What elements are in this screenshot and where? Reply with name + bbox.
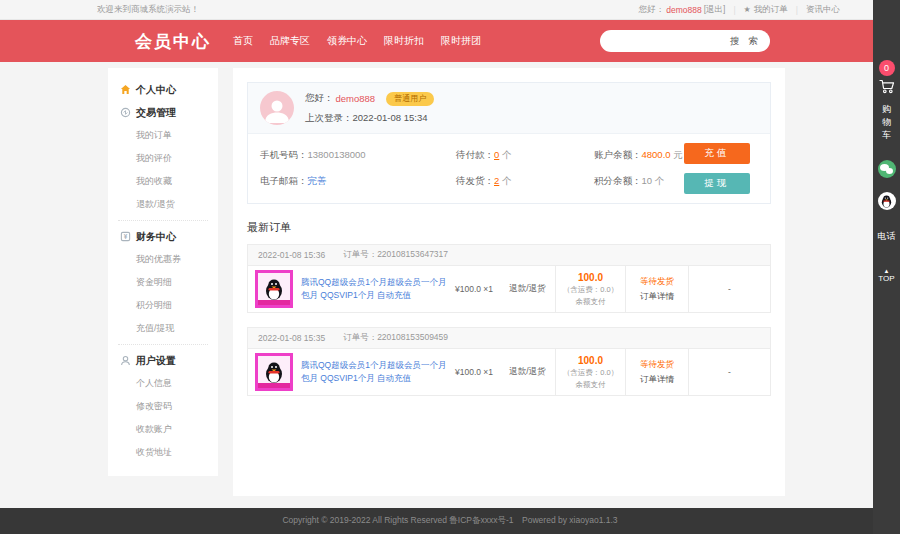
site-logo[interactable]: 会员中心 xyxy=(135,30,211,53)
wechat-icon[interactable] xyxy=(878,160,896,178)
refund-link[interactable]: 退款/退货 xyxy=(509,283,545,295)
sidebar-item-fund-details[interactable]: 资金明细 xyxy=(108,271,218,294)
order-no-label: 订单号： xyxy=(343,332,377,342)
product-thumbnail[interactable] xyxy=(255,353,293,391)
welcome-text: 欢迎来到商城系统演示站！ xyxy=(97,4,199,16)
balance-value: 4800.0 xyxy=(642,149,671,160)
order-detail-link[interactable]: 订单详情 xyxy=(640,374,674,386)
order-card: 2022-01-08 15:35 订单号：220108153509459 腾讯Q… xyxy=(247,327,771,396)
divider xyxy=(118,220,208,221)
main-nav: 首页 品牌专区 领券中心 限时折扣 限时拼团 xyxy=(233,34,498,48)
order-no: 订单号：220108153509459 xyxy=(343,332,448,344)
nav-coupon-center[interactable]: 领券中心 xyxy=(327,34,367,48)
points-label: 积分余额： xyxy=(594,175,642,186)
latest-orders-title: 最新订单 xyxy=(247,220,771,235)
news-link[interactable]: 资讯中心 xyxy=(806,4,840,16)
sidebar-item-recharge-withdraw[interactable]: 充值/提现 xyxy=(108,317,218,340)
user-settings-icon xyxy=(120,355,131,366)
balance-label: 账户余额： xyxy=(594,149,642,160)
main-content: 您好： demo888 普通用户 上次登录：2022-01-08 15:34 手… xyxy=(233,68,785,496)
copyright-text: Copyright © 2019-2022 All Rights Reserve… xyxy=(282,515,617,527)
sidebar-item-my-orders[interactable]: 我的订单 xyxy=(108,124,218,147)
profile-username: demo888 xyxy=(336,93,376,104)
sidebar-section-label: 交易管理 xyxy=(136,106,176,120)
recharge-button[interactable]: 充值 xyxy=(684,143,750,164)
search-bar: 搜 索 xyxy=(600,30,770,52)
sidebar-item-refunds[interactable]: 退款/退货 xyxy=(108,193,218,216)
product-title-link[interactable]: 腾讯QQ超级会员1个月超级会员一个月包月 QQSVIP1个月 自动充值 xyxy=(301,359,448,385)
svg-text:¥: ¥ xyxy=(124,233,128,240)
member-sidebar: 个人中心 交易管理 我的订单 我的评价 我的收藏 退款/退货 ¥ 财务中心 我的… xyxy=(108,68,218,476)
pending-ship-count[interactable]: 2 xyxy=(494,175,499,186)
product-thumbnail[interactable] xyxy=(255,270,293,308)
pending-pay-count[interactable]: 0 xyxy=(494,149,499,160)
profile-header: 您好： demo888 普通用户 上次登录：2022-01-08 15:34 xyxy=(248,83,770,134)
my-orders-link[interactable]: 我的订单 xyxy=(754,4,788,16)
order-amount: 100.0 xyxy=(578,272,603,283)
logout-link[interactable]: [退出] xyxy=(704,4,726,16)
extra-cell: - xyxy=(688,349,770,395)
divider xyxy=(118,344,208,345)
sidebar-section-label: 财务中心 xyxy=(136,230,176,244)
price-qty: ¥100.0 ×1 xyxy=(448,349,500,395)
sidebar-section-personal[interactable]: 个人中心 xyxy=(108,78,218,101)
account-summary: 手机号码：13800138000 待付款：0 个 账户余额：4800.0 元 电… xyxy=(248,134,770,203)
sidebar-item-points-details[interactable]: 积分明细 xyxy=(108,294,218,317)
product-title-link[interactable]: 腾讯QQ超级会员1个月超级会员一个月包月 QQSVIP1个月 自动充值 xyxy=(301,276,448,302)
price-qty: ¥100.0 ×1 xyxy=(448,266,500,312)
user-level-badge: 普通用户 xyxy=(386,92,434,106)
nav-brand-zone[interactable]: 品牌专区 xyxy=(270,34,310,48)
sidebar-item-payment-account[interactable]: 收款账户 xyxy=(108,418,218,441)
phone-label: 手机号码： xyxy=(260,149,308,160)
sidebar-item-my-reviews[interactable]: 我的评价 xyxy=(108,147,218,170)
email-complete-link[interactable]: 完善 xyxy=(308,175,327,186)
profile-panel: 您好： demo888 普通用户 上次登录：2022-01-08 15:34 手… xyxy=(247,82,771,204)
sidebar-item-my-coupons[interactable]: 我的优惠券 xyxy=(108,248,218,271)
avatar[interactable] xyxy=(260,91,294,125)
unit: 个 xyxy=(502,149,512,160)
sidebar-section-finance: ¥ 财务中心 xyxy=(108,225,218,248)
amount-cell: 100.0 （含运费：0.0） 余额支付 xyxy=(555,266,625,312)
refund-link[interactable]: 退款/退货 xyxy=(509,366,545,378)
freight-note: （含运费：0.0） xyxy=(563,285,618,295)
back-to-top-button[interactable]: ▲ TOP xyxy=(878,269,894,283)
amount-cell: 100.0 （含运费：0.0） 余额支付 xyxy=(555,349,625,395)
username-link[interactable]: demo888 xyxy=(666,5,701,15)
sidebar-item-my-favorites[interactable]: 我的收藏 xyxy=(108,170,218,193)
pending-ship-label: 待发货： xyxy=(456,175,494,186)
withdraw-button[interactable]: 提现 xyxy=(684,173,750,194)
sidebar-item-personal-info[interactable]: 个人信息 xyxy=(108,372,218,395)
extra-cell: - xyxy=(688,266,770,312)
search-button[interactable]: 搜 索 xyxy=(730,35,761,48)
main-header: 会员中心 首页 品牌专区 领券中心 限时折扣 限时拼团 搜 索 xyxy=(0,20,900,62)
nav-flash-discount[interactable]: 限时折扣 xyxy=(384,34,424,48)
profile-greeting: 您好： xyxy=(305,92,334,105)
phone-value: 13800138000 xyxy=(308,149,366,160)
email-label: 电子邮箱： xyxy=(260,175,308,186)
phone-contact[interactable]: 电话 xyxy=(878,230,896,243)
sidebar-item-shipping-address[interactable]: 收货地址 xyxy=(108,441,218,464)
order-no-value: 220108153647317 xyxy=(377,249,448,259)
sidebar-item-change-password[interactable]: 修改密码 xyxy=(108,395,218,418)
status-cell: 等待发货 订单详情 xyxy=(625,266,688,312)
qq-penguin-icon xyxy=(263,360,285,384)
order-detail-link[interactable]: 订单详情 xyxy=(640,291,674,303)
order-date: 2022-01-08 15:35 xyxy=(258,333,325,343)
unit: 个 xyxy=(655,175,665,186)
star-icon: ★ xyxy=(744,5,751,14)
page-body: 个人中心 交易管理 我的订单 我的评价 我的收藏 退款/退货 ¥ 财务中心 我的… xyxy=(0,62,900,508)
pay-method: 余额支付 xyxy=(576,297,606,307)
phone-field: 手机号码：13800138000 xyxy=(260,149,456,162)
utility-rail: 0 购物车 电话 ▲ TOP xyxy=(873,0,900,534)
order-row: 腾讯QQ超级会员1个月超级会员一个月包月 QQSVIP1个月 自动充值 ¥100… xyxy=(248,349,770,395)
home-icon xyxy=(120,84,131,95)
search-input[interactable] xyxy=(612,36,730,46)
nav-group-buy[interactable]: 限时拼团 xyxy=(441,34,481,48)
cart-label[interactable]: 购物车 xyxy=(881,103,892,142)
nav-home[interactable]: 首页 xyxy=(233,34,253,48)
qq-icon[interactable] xyxy=(878,192,896,210)
cart-icon[interactable] xyxy=(879,79,895,98)
thumb-banner xyxy=(258,383,290,388)
finance-icon: ¥ xyxy=(120,231,131,242)
order-no-value: 220108153509459 xyxy=(377,332,448,342)
